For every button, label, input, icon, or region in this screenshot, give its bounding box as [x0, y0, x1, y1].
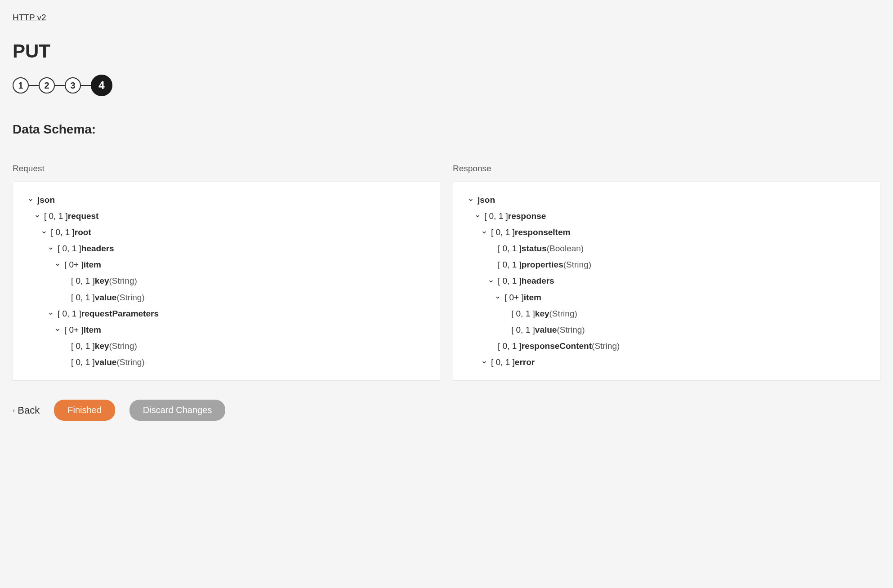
tree-children: [ 0, 1 ] headers[ 0+ ] item[ 0, 1 ] key …: [40, 241, 426, 370]
tree-node-json[interactable]: json: [27, 192, 426, 208]
tree-node-label: request: [68, 208, 99, 224]
response-schema-panel: json[ 0, 1 ] response[ 0, 1 ] responseIt…: [453, 182, 880, 381]
step-connector: [81, 85, 91, 86]
tree-node-cardinality: [ 0, 1 ]: [44, 208, 68, 224]
step-connector: [55, 85, 65, 86]
tree-node-item[interactable]: [ 0+ ] item: [54, 257, 426, 273]
tree-node-item[interactable]: [ 0+ ] item: [54, 322, 426, 338]
tree-node-cardinality: [ 0, 1 ]: [58, 241, 81, 257]
tree-node-label: error: [515, 354, 535, 370]
response-column-label: Response: [453, 164, 880, 174]
tree-node-cardinality: [ 0, 1 ]: [71, 354, 95, 370]
tree-node-key: [ 0, 1 ] key (String): [60, 273, 426, 289]
chevron-down-icon[interactable]: [473, 214, 482, 219]
step-connector: [29, 85, 39, 86]
tree-node-json[interactable]: json: [467, 192, 866, 208]
tree-node-label: value: [95, 354, 117, 370]
tree-node-cardinality: [ 0+ ]: [64, 257, 84, 273]
chevron-down-icon[interactable]: [467, 197, 475, 203]
tree-node-cardinality: [ 0, 1 ]: [498, 273, 522, 289]
tree-node-label: response: [508, 208, 546, 224]
tree-node-type: (String): [563, 257, 591, 273]
tree-node-label: json: [37, 192, 55, 208]
tree-node-type: (String): [116, 290, 144, 306]
breadcrumb-link[interactable]: HTTP v2: [13, 13, 46, 22]
tree-node-type: (String): [557, 322, 585, 338]
tree-node-cardinality: [ 0, 1 ]: [58, 306, 81, 322]
request-schema-panel: json[ 0, 1 ] request[ 0, 1 ] root[ 0, 1 …: [13, 182, 440, 381]
chevron-down-icon[interactable]: [480, 360, 488, 365]
tree-node-label: responseItem: [515, 224, 571, 241]
tree-node-label: item: [84, 322, 101, 338]
tree-node-type: (String): [549, 306, 577, 322]
tree-children: [ 0, 1 ] key (String)[ 0, 1 ] value (Str…: [54, 273, 426, 305]
tree-node-cardinality: [ 0, 1 ]: [498, 241, 522, 257]
tree-node-properties: [ 0, 1 ] properties (String): [487, 257, 866, 273]
tree-node-request[interactable]: [ 0, 1 ] request: [33, 208, 426, 224]
tree-node-cardinality: [ 0, 1 ]: [51, 224, 75, 241]
tree-node-cardinality: [ 0, 1 ]: [491, 224, 515, 241]
tree-node-label: key: [95, 273, 109, 289]
tree-node-cardinality: [ 0, 1 ]: [511, 322, 535, 338]
tree-node-cardinality: [ 0, 1 ]: [491, 354, 515, 370]
tree-node-cardinality: [ 0, 1 ]: [511, 306, 535, 322]
tree-node-headers[interactable]: [ 0, 1 ] headers: [47, 241, 426, 257]
tree-node-label: headers: [81, 241, 114, 257]
chevron-down-icon[interactable]: [54, 327, 62, 333]
request-column: Request json[ 0, 1 ] request[ 0, 1 ] roo…: [13, 164, 440, 381]
tree-node-type: (String): [116, 354, 144, 370]
tree-node-headers[interactable]: [ 0, 1 ] headers: [487, 273, 866, 289]
chevron-down-icon[interactable]: [47, 246, 55, 251]
tree-node-type: (Boolean): [547, 241, 584, 257]
tree-node-error[interactable]: [ 0, 1 ] error: [480, 354, 866, 370]
step-2[interactable]: 2: [39, 77, 55, 94]
chevron-down-icon[interactable]: [47, 311, 55, 316]
back-button[interactable]: ‹ Back: [13, 405, 40, 416]
chevron-left-icon: ‹: [13, 406, 15, 414]
tree-node-type: (String): [109, 338, 137, 354]
tree-node-value: [ 0, 1 ] value (String): [60, 354, 426, 370]
tree-children: [ 0, 1 ] root[ 0, 1 ] headers[ 0+ ] item…: [33, 224, 426, 370]
tree-children: [ 0, 1 ] responseItem[ 0, 1 ] status (Bo…: [473, 224, 866, 370]
step-1[interactable]: 1: [13, 77, 29, 94]
tree-children: [ 0, 1 ] key (String)[ 0, 1 ] value (Str…: [54, 338, 426, 370]
tree-node-label: value: [95, 290, 117, 306]
tree-node-requestParameters[interactable]: [ 0, 1 ] requestParameters: [47, 306, 426, 322]
tree-node-label: root: [75, 224, 91, 241]
tree-node-type: (String): [109, 273, 137, 289]
tree-node-response[interactable]: [ 0, 1 ] response: [473, 208, 866, 224]
tree-children: [ 0, 1 ] status (Boolean)[ 0, 1 ] proper…: [480, 241, 866, 354]
tree-node-responseContent: [ 0, 1 ] responseContent (String): [487, 338, 866, 354]
section-title: Data Schema:: [13, 122, 880, 137]
discard-button[interactable]: Discard Changes: [129, 400, 225, 421]
tree-node-label: value: [535, 322, 557, 338]
footer-actions: ‹ Back Finished Discard Changes: [13, 400, 880, 421]
chevron-down-icon[interactable]: [27, 197, 35, 203]
step-4[interactable]: 4: [91, 75, 112, 96]
tree-children: [ 0+ ] item[ 0, 1 ] key (String)[ 0, 1 ]…: [487, 290, 866, 338]
tree-node-cardinality: [ 0+ ]: [505, 290, 524, 306]
tree-node-item[interactable]: [ 0+ ] item: [494, 290, 866, 306]
chevron-down-icon[interactable]: [494, 295, 502, 300]
chevron-down-icon[interactable]: [40, 230, 48, 235]
tree-node-label: responseContent: [522, 338, 592, 354]
chevron-down-icon[interactable]: [480, 230, 488, 235]
schema-row: Request json[ 0, 1 ] request[ 0, 1 ] roo…: [13, 164, 880, 381]
tree-children: [ 0+ ] item[ 0, 1 ] key (String)[ 0, 1 ]…: [47, 322, 426, 370]
tree-node-responseItem[interactable]: [ 0, 1 ] responseItem: [480, 224, 866, 241]
chevron-down-icon[interactable]: [33, 214, 41, 219]
tree-node-label: requestParameters: [81, 306, 159, 322]
tree-children: [ 0, 1 ] response[ 0, 1 ] responseItem[ …: [467, 208, 866, 370]
chevron-down-icon[interactable]: [54, 262, 62, 267]
response-column: Response json[ 0, 1 ] response[ 0, 1 ] r…: [453, 164, 880, 381]
step-3[interactable]: 3: [65, 77, 81, 94]
tree-node-label: item: [524, 290, 541, 306]
chevron-down-icon[interactable]: [487, 279, 495, 284]
tree-node-cardinality: [ 0, 1 ]: [71, 290, 95, 306]
tree-node-root[interactable]: [ 0, 1 ] root: [40, 224, 426, 241]
tree-node-type: (String): [592, 338, 620, 354]
finished-button[interactable]: Finished: [54, 400, 115, 421]
back-button-label: Back: [18, 405, 40, 416]
tree-node-label: status: [522, 241, 547, 257]
request-column-label: Request: [13, 164, 440, 174]
